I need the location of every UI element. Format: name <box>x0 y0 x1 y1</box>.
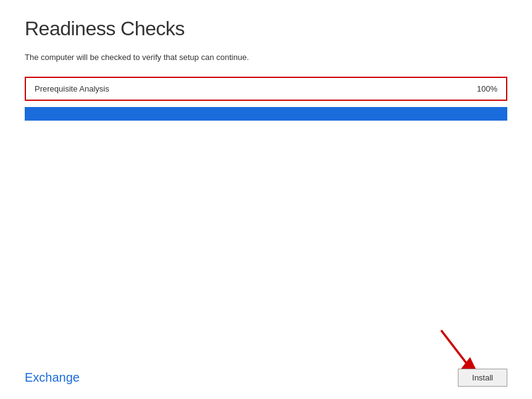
footer: Exchange Install <box>0 369 532 387</box>
brand-link[interactable]: Exchange <box>25 371 80 385</box>
page-title: Readiness Checks <box>25 17 507 40</box>
page-container: Readiness Checks The computer will be ch… <box>0 0 532 399</box>
progress-bar-container <box>25 107 507 121</box>
install-button[interactable]: Install <box>458 369 507 387</box>
check-label: Prerequisite Analysis <box>35 84 109 93</box>
progress-bar-fill <box>25 107 507 121</box>
subtitle-text: The computer will be checked to verify t… <box>25 53 507 62</box>
check-percent: 100% <box>477 84 497 93</box>
prerequisite-check-box: Prerequisite Analysis 100% <box>25 77 507 101</box>
svg-line-0 <box>441 330 469 367</box>
